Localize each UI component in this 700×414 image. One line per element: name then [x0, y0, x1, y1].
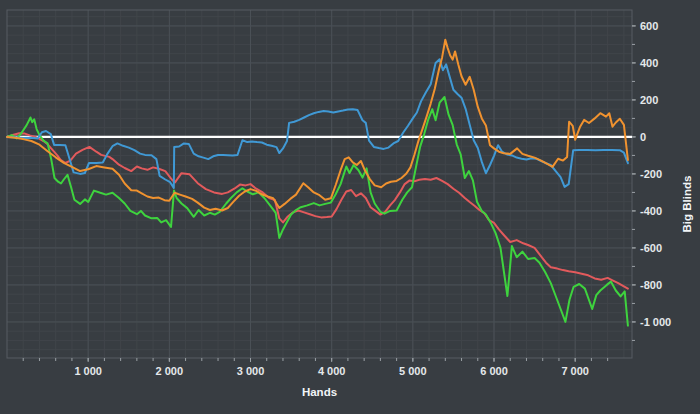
x-tick-label: 6 000 [480, 365, 508, 377]
y-tick-label: -800 [640, 279, 662, 291]
x-tick-label: 1 000 [74, 365, 102, 377]
x-axis-title: Hands [302, 386, 337, 398]
y-tick-label: -600 [640, 242, 662, 254]
chart-background [0, 0, 700, 414]
x-tick-label: 7 000 [561, 365, 589, 377]
chart-surface[interactable]: 1 0002 0003 0004 0005 0006 0007 00060040… [0, 0, 700, 414]
x-tick-label: 2 000 [156, 365, 184, 377]
y-tick-label: -400 [640, 205, 662, 217]
y-tick-label: 200 [640, 94, 658, 106]
y-tick-label: 400 [640, 57, 658, 69]
y-tick-label: 600 [640, 20, 658, 32]
x-tick-label: 4 000 [318, 365, 346, 377]
x-tick-label: 5 000 [399, 365, 427, 377]
y-tick-label: 0 [640, 131, 646, 143]
x-tick-label: 3 000 [237, 365, 265, 377]
y-tick-label: -1 000 [640, 316, 671, 328]
results-graph: 1 0002 0003 0004 0005 0006 0007 00060040… [0, 0, 700, 414]
y-axis-title: Big Blinds [681, 176, 693, 233]
y-tick-label: -200 [640, 168, 662, 180]
